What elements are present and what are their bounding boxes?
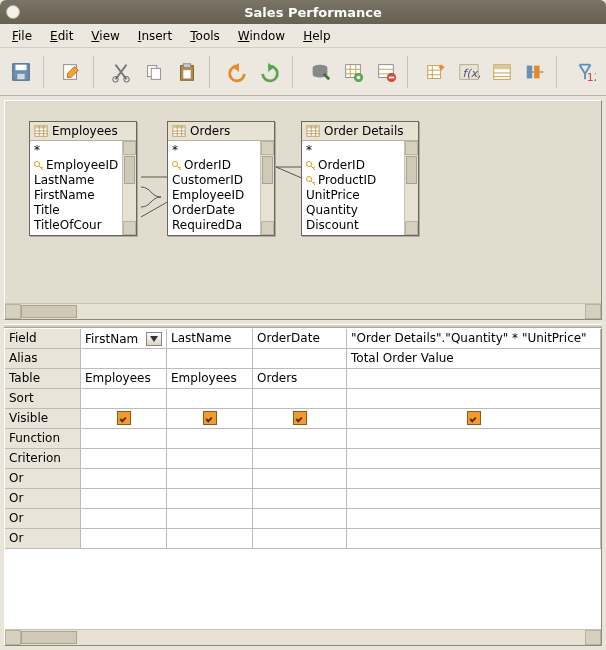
grid-cell[interactable]	[253, 469, 347, 489]
grid-cell[interactable]	[167, 409, 253, 429]
field-item: *	[34, 143, 132, 158]
vertical-scrollbar[interactable]	[260, 141, 274, 235]
grid-cell[interactable]	[347, 389, 601, 409]
grid-cell[interactable]	[253, 489, 347, 509]
grid-cell[interactable]	[167, 529, 253, 549]
grid-cell[interactable]	[81, 509, 167, 529]
grid-cell[interactable]	[167, 489, 253, 509]
grid-cell[interactable]	[81, 409, 167, 429]
grid-cell[interactable]	[81, 489, 167, 509]
grid-cell[interactable]	[347, 509, 601, 529]
key-icon	[306, 176, 316, 186]
visible-checkbox[interactable]	[117, 411, 131, 425]
field-list[interactable]: * EmployeeID LastName FirstName Title Ti…	[30, 141, 136, 235]
grid-cell[interactable]	[347, 449, 601, 469]
grid-cell[interactable]: Employees	[81, 369, 167, 389]
scroll-thumb[interactable]	[21, 631, 77, 644]
cut-button[interactable]	[106, 54, 137, 90]
grid-cell[interactable]	[253, 349, 347, 369]
undo-button[interactable]	[222, 54, 253, 90]
grid-cell[interactable]: FirstNam	[81, 329, 167, 349]
svg-text:f(x): f(x)	[462, 66, 479, 79]
scroll-left-arrow[interactable]	[5, 304, 21, 319]
visible-checkbox[interactable]	[293, 411, 307, 425]
window-title: Sales Performance	[26, 5, 600, 20]
alias-button[interactable]	[519, 54, 550, 90]
scroll-right-arrow[interactable]	[585, 304, 601, 319]
menu-help[interactable]: Help	[299, 27, 334, 45]
grid-cell[interactable]	[347, 429, 601, 449]
grid-cell[interactable]: "Order Details"."Quantity" * "UnitPrice"	[347, 329, 601, 349]
grid-cell[interactable]	[167, 509, 253, 529]
grid-cell[interactable]	[167, 449, 253, 469]
grid-cell[interactable]: Total Order Value	[347, 349, 601, 369]
functions-button[interactable]: f(x)	[453, 54, 484, 90]
menu-window[interactable]: Window	[234, 27, 289, 45]
menu-view[interactable]: View	[87, 27, 123, 45]
grid-cell[interactable]	[167, 429, 253, 449]
paste-button[interactable]	[172, 54, 203, 90]
grid-cell[interactable]	[347, 489, 601, 509]
grid-cell[interactable]	[167, 349, 253, 369]
menu-edit[interactable]: Edit	[46, 27, 77, 45]
query-grid[interactable]: FieldFirstNamLastNameOrderDate"Order Det…	[5, 329, 601, 549]
grid-cell[interactable]	[253, 449, 347, 469]
grid-cell[interactable]	[347, 409, 601, 429]
field-list[interactable]: * OrderID CustomerID EmployeeID OrderDat…	[168, 141, 274, 235]
add-tables-button[interactable]	[420, 54, 451, 90]
grid-cell[interactable]	[253, 429, 347, 449]
switch-design-view-button[interactable]	[370, 54, 401, 90]
grid-cell[interactable]	[81, 389, 167, 409]
run-query-button[interactable]	[304, 54, 335, 90]
scroll-left-arrow[interactable]	[5, 630, 21, 645]
table-name-button[interactable]	[486, 54, 517, 90]
grid-cell[interactable]	[167, 389, 253, 409]
grid-cell[interactable]	[167, 469, 253, 489]
grid-cell[interactable]: LastName	[167, 329, 253, 349]
horizontal-scrollbar[interactable]	[5, 303, 601, 319]
field-list[interactable]: * OrderID ProductID UnitPrice Quantity D…	[302, 141, 418, 235]
table-card-employees[interactable]: Employees * EmployeeID LastName FirstNam…	[29, 121, 137, 236]
table-icon	[34, 124, 48, 138]
grid-cell[interactable]	[81, 469, 167, 489]
grid-cell[interactable]	[347, 369, 601, 389]
scroll-right-arrow[interactable]	[585, 630, 601, 645]
visible-checkbox[interactable]	[203, 411, 217, 425]
vertical-scrollbar[interactable]	[122, 141, 136, 235]
system-menu-icon[interactable]	[6, 5, 20, 19]
toolbar-separator	[93, 56, 100, 88]
table-card-orderdetails[interactable]: Order Details * OrderID ProductID UnitPr…	[301, 121, 419, 236]
field-item: OrderDate	[172, 203, 270, 218]
grid-cell[interactable]	[81, 529, 167, 549]
edit-button[interactable]	[56, 54, 87, 90]
grid-cell[interactable]	[81, 429, 167, 449]
grid-cell[interactable]: Employees	[167, 369, 253, 389]
grid-horizontal-scrollbar[interactable]	[5, 629, 601, 645]
grid-row-header: Or	[5, 469, 81, 489]
table-card-orders[interactable]: Orders * OrderID CustomerID EmployeeID O…	[167, 121, 275, 236]
grid-cell[interactable]	[347, 469, 601, 489]
save-button[interactable]	[6, 54, 37, 90]
grid-cell[interactable]: Orders	[253, 369, 347, 389]
copy-button[interactable]	[139, 54, 170, 90]
grid-cell[interactable]	[347, 529, 601, 549]
grid-cell[interactable]	[253, 409, 347, 429]
field-dropdown-button[interactable]	[146, 332, 162, 346]
grid-cell[interactable]	[81, 349, 167, 369]
distinct-values-button[interactable]: 123!	[569, 54, 600, 90]
grid-cell[interactable]	[81, 449, 167, 469]
visible-checkbox[interactable]	[467, 411, 481, 425]
menu-tools[interactable]: Tools	[186, 27, 224, 45]
vertical-scrollbar[interactable]	[404, 141, 418, 235]
grid-cell[interactable]	[253, 389, 347, 409]
menu-insert[interactable]: Insert	[134, 27, 176, 45]
redo-button[interactable]	[255, 54, 286, 90]
scroll-thumb[interactable]	[21, 305, 77, 318]
menu-file[interactable]: File	[8, 27, 36, 45]
grid-cell[interactable]	[253, 509, 347, 529]
table-design-pane[interactable]: Employees * EmployeeID LastName FirstNam…	[4, 100, 602, 320]
table-icon	[306, 124, 320, 138]
clear-query-button[interactable]	[337, 54, 368, 90]
grid-cell[interactable]: OrderDate	[253, 329, 347, 349]
grid-cell[interactable]	[253, 529, 347, 549]
